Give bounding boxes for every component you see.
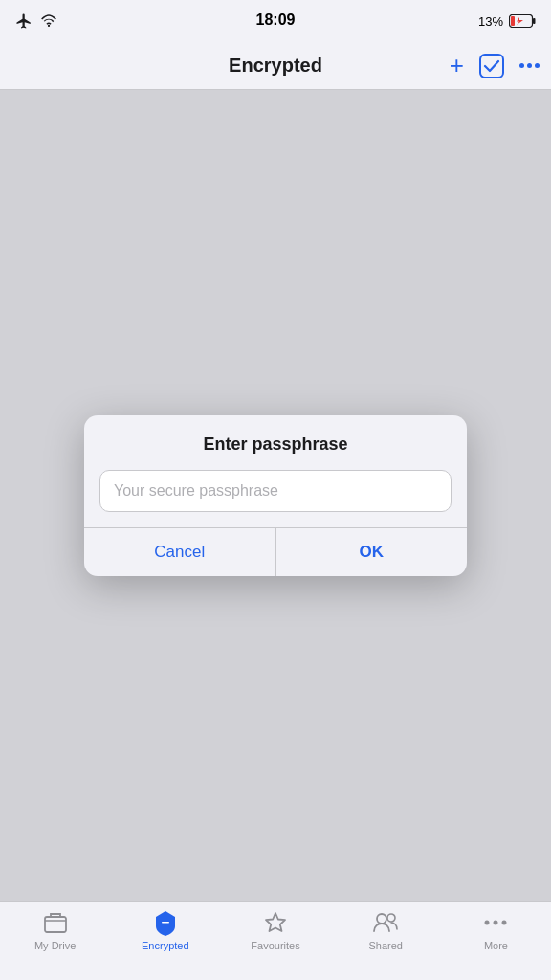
ok-button[interactable]: OK (276, 528, 468, 576)
tab-my-drive[interactable]: My Drive (0, 909, 110, 951)
svg-rect-6 (162, 922, 169, 924)
header-actions: + (450, 51, 540, 80)
svg-point-7 (377, 914, 386, 924)
tab-favourites[interactable]: Favourites (220, 909, 330, 951)
dialog-input-wrap (84, 466, 467, 527)
status-bar: 18:09 13% (0, 0, 551, 42)
header: Encrypted + (0, 42, 551, 90)
tab-more-label: More (484, 940, 508, 951)
wifi-icon (40, 12, 57, 30)
select-button[interactable] (479, 54, 504, 78)
svg-rect-1 (511, 16, 515, 26)
tab-bar: My Drive Encrypted Favourites (0, 901, 551, 980)
tab-shared[interactable]: Shared (331, 909, 441, 951)
svg-rect-5 (45, 917, 66, 932)
dialog-buttons: Cancel OK (84, 527, 467, 576)
main-content: Protected area Enter passphrase Cancel O… (0, 90, 551, 901)
dialog-title: Enter passphrase (84, 415, 467, 466)
battery-percent: 13% (478, 14, 503, 29)
status-right: 13% (478, 14, 536, 29)
svg-point-11 (502, 921, 507, 925)
battery-icon (509, 14, 536, 28)
add-button[interactable]: + (450, 51, 464, 80)
tab-favourites-label: Favourites (251, 940, 299, 951)
shared-icon (372, 909, 399, 936)
svg-rect-3 (480, 55, 503, 78)
svg-rect-2 (533, 18, 536, 24)
cancel-button[interactable]: Cancel (84, 528, 276, 576)
encrypted-icon (152, 909, 179, 936)
more-icon (482, 909, 509, 936)
passphrase-input[interactable] (99, 470, 452, 512)
modal-overlay: Enter passphrase Cancel OK (0, 90, 551, 901)
tab-encrypted-label: Encrypted (142, 940, 189, 951)
svg-point-10 (494, 921, 498, 925)
favourites-icon (262, 909, 289, 936)
svg-point-8 (387, 914, 395, 922)
passphrase-dialog: Enter passphrase Cancel OK (84, 415, 467, 576)
status-time: 18:09 (256, 11, 296, 29)
status-left-icons (15, 12, 57, 30)
tab-encrypted[interactable]: Encrypted (110, 909, 220, 951)
my-drive-icon (42, 909, 69, 936)
tab-shared-label: Shared (368, 940, 402, 951)
tab-my-drive-label: My Drive (34, 940, 76, 951)
page-title: Encrypted (229, 55, 322, 77)
more-options-button[interactable] (519, 63, 540, 68)
airplane-icon (15, 12, 33, 30)
svg-point-9 (485, 921, 490, 925)
tab-more[interactable]: More (441, 909, 551, 951)
